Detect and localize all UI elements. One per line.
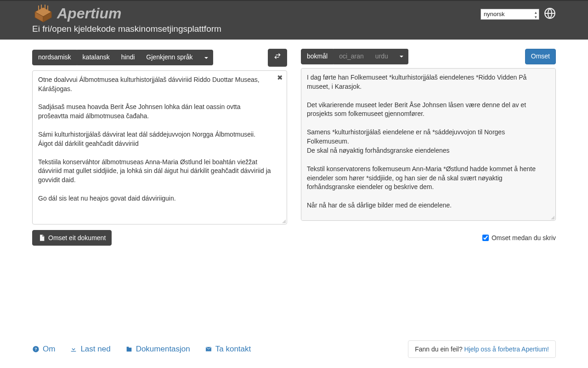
resize-handle-icon[interactable] (550, 215, 554, 219)
translate-document-button[interactable]: Omset eit dokument (32, 230, 112, 246)
target-language-group: bokmål oci_aran urdu (301, 49, 408, 64)
source-textarea[interactable] (33, 71, 287, 223)
instant-translate-label: Omset medan du skriv (492, 234, 556, 242)
translate-button[interactable]: Omset (525, 49, 556, 64)
resize-handle-icon[interactable] (281, 218, 286, 223)
target-lang-urdu[interactable]: urdu (370, 49, 394, 64)
brand-name: Apertium (57, 5, 121, 22)
translation-row: nordsamisk katalansk hindi Gjenkjenn spr… (32, 49, 556, 224)
tagline: Ei fri/open kjeldekode maskinomsetjingsp… (32, 24, 221, 34)
globe-icon[interactable] (544, 7, 556, 21)
source-language-group: nordsamisk katalansk hindi Gjenkjenn spr… (32, 50, 213, 65)
logo-icon (32, 4, 54, 23)
target-panel: I dag førte han Folkemuseet *kulturhisto… (301, 68, 556, 221)
source-lang-dropdown[interactable] (199, 50, 213, 65)
ui-language-value: nynorsk (484, 11, 505, 17)
instant-translate-checkbox[interactable] (482, 235, 489, 241)
target-lang-oci-aran[interactable]: oci_aran (334, 49, 370, 64)
target-lang-dropdown[interactable] (394, 49, 408, 64)
source-lang-katalansk[interactable]: katalansk (77, 50, 116, 65)
instant-translate-toggle[interactable]: Omset medan du skriv (482, 234, 556, 242)
source-lang-nordsamisk[interactable]: nordsamisk (32, 50, 77, 65)
clear-source-button[interactable]: ✖ (277, 74, 283, 82)
translate-document-label: Omset eit dokument (48, 234, 106, 242)
header: Apertium Ei fri/open kjeldekode maskinom… (0, 0, 588, 40)
ui-language-select[interactable]: nynorsk ▴▾ (481, 9, 539, 20)
brand-block: Apertium Ei fri/open kjeldekode maskinom… (32, 4, 221, 34)
source-lang-hindi[interactable]: hindi (116, 50, 141, 65)
target-lang-bokmal[interactable]: bokmål (301, 49, 334, 64)
swap-languages-button[interactable] (268, 49, 287, 67)
target-output: I dag førte han Folkemuseet *kulturhisto… (301, 69, 555, 220)
source-lang-detect[interactable]: Gjenkjenn språk (141, 50, 198, 65)
source-panel: ✖ (32, 70, 287, 224)
